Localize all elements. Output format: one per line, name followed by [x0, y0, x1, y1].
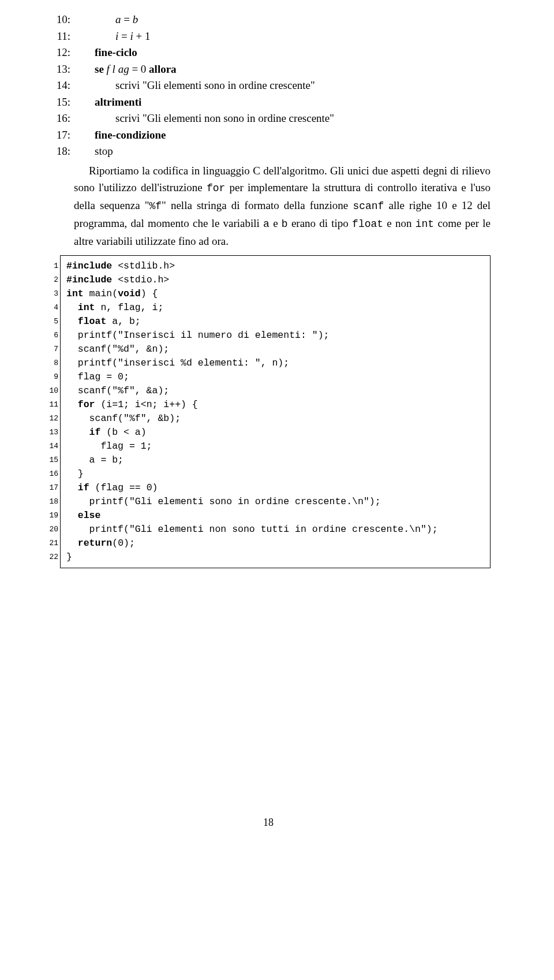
code-line-number: 15: [46, 453, 58, 467]
code-line: #include <stdio.h>: [66, 273, 484, 287]
code-line: }: [66, 467, 484, 481]
code-line: printf("Gli elementi sono in ordine cres…: [66, 495, 484, 509]
code-line-number: 2: [46, 273, 58, 287]
inline-code: a: [263, 218, 269, 230]
code-line-number: 1: [46, 259, 58, 273]
pseudocode-line: 16:scrivi "Gli elementi non sono in ordi…: [46, 110, 491, 127]
page-number: 18: [46, 817, 491, 829]
code-line: printf("Gli elementi non sono tutti in o…: [66, 523, 484, 536]
line-number: 12:: [46, 44, 70, 61]
line-body: scrivi "Gli elementi sono in ordine cres…: [74, 77, 491, 94]
inline-code: for: [207, 182, 225, 194]
inline-code: %f: [149, 200, 162, 212]
line-body: altrimenti: [74, 94, 491, 111]
line-body: se f l ag = 0 allora: [74, 61, 491, 78]
line-number: 16:: [46, 110, 70, 127]
code-listing: 12345678910111213141516171819202122 #inc…: [60, 255, 491, 568]
code-line-number: 14: [46, 439, 58, 453]
code-line-number: 9: [46, 370, 58, 384]
page-content: 10:a = b11:i = i + 112:fine-ciclo13:se f…: [0, 0, 554, 852]
paragraph: Riportiamo la codifica in linguaggio C d…: [74, 162, 491, 250]
code-line-number: 22: [46, 550, 58, 564]
code-line-number: 6: [46, 329, 58, 342]
para-text: e non: [383, 217, 415, 229]
code-line-number: 11: [46, 398, 58, 412]
code-line: scanf("%d", &n);: [66, 342, 484, 356]
line-number: 18:: [46, 143, 70, 160]
code-line: return(0);: [66, 536, 484, 550]
code-line-number: 4: [46, 301, 58, 315]
line-body: fine-condizione: [74, 127, 491, 144]
code-line-number: 21: [46, 536, 58, 550]
code-line-number: 18: [46, 495, 58, 509]
code-line-number: 5: [46, 315, 58, 329]
line-number: 14:: [46, 77, 70, 94]
line-body: i = i + 1: [74, 28, 491, 45]
code-line: else: [66, 509, 484, 523]
pseudocode-line: 17:fine-condizione: [46, 127, 491, 144]
inline-code: float: [352, 218, 383, 230]
code-line-number: 3: [46, 287, 58, 301]
code-line-number: 16: [46, 467, 58, 481]
pseudocode-line: 18:stop: [46, 143, 491, 160]
pseudocode-line: 12:fine-ciclo: [46, 44, 491, 61]
code-line: for (i=1; i<n; i++) {: [66, 398, 484, 412]
line-body: fine-ciclo: [74, 44, 491, 61]
code-line: flag = 0;: [66, 370, 484, 384]
para-text: e: [269, 217, 282, 229]
code-line-number: 12: [46, 412, 58, 426]
code-line-number: 20: [46, 523, 58, 536]
pseudocode-line: 10:a = b: [46, 12, 491, 28]
code-line: printf("Inserisci il numero di elementi:…: [66, 329, 484, 342]
code-line-number: 13: [46, 426, 58, 439]
pseudocode-line: 13:se f l ag = 0 allora: [46, 61, 491, 78]
line-body: scrivi "Gli elementi non sono in ordine …: [74, 110, 491, 127]
code-line: int n, flag, i;: [66, 301, 484, 315]
line-number: 17:: [46, 127, 70, 144]
line-body: stop: [74, 143, 491, 160]
line-number: 13:: [46, 61, 70, 78]
code-line: a = b;: [66, 453, 484, 467]
code-line: if (b < a): [66, 426, 484, 439]
para-text: erano di tipo: [288, 217, 352, 229]
line-number: 11:: [46, 28, 70, 45]
pseudocode-block: 10:a = b11:i = i + 112:fine-ciclo13:se f…: [46, 12, 491, 160]
line-numbers: 12345678910111213141516171819202122: [46, 256, 61, 568]
inline-code: scanf: [353, 200, 384, 212]
code-line: flag = 1;: [66, 439, 484, 453]
line-body: a = b: [74, 12, 491, 28]
code-line: float a, b;: [66, 315, 484, 329]
code-line-number: 10: [46, 384, 58, 398]
code-line-number: 7: [46, 342, 58, 356]
line-number: 15:: [46, 94, 70, 111]
code-line: printf("inserisci %d elementi: ", n);: [66, 356, 484, 370]
code-line-number: 8: [46, 356, 58, 370]
pseudocode-line: 15:altrimenti: [46, 94, 491, 111]
code-line: #include <stdlib.h>: [66, 259, 484, 273]
code-line: int main(void) {: [66, 287, 484, 301]
para-text: " nella stringa di formato della funzion…: [162, 199, 353, 211]
inline-code: int: [415, 218, 434, 230]
line-number: 10:: [46, 12, 70, 28]
code-content: #include <stdlib.h>#include <stdio.h>int…: [61, 256, 490, 568]
pseudocode-line: 14:scrivi "Gli elementi sono in ordine c…: [46, 77, 491, 94]
code-line-number: 17: [46, 481, 58, 495]
code-line: }: [66, 550, 484, 564]
code-line: scanf("%f", &a);: [66, 384, 484, 398]
inline-code: b: [282, 218, 288, 230]
code-line: if (flag == 0): [66, 481, 484, 495]
code-line-number: 19: [46, 509, 58, 523]
pseudocode-line: 11:i = i + 1: [46, 28, 491, 45]
code-line: scanf("%f", &b);: [66, 412, 484, 426]
